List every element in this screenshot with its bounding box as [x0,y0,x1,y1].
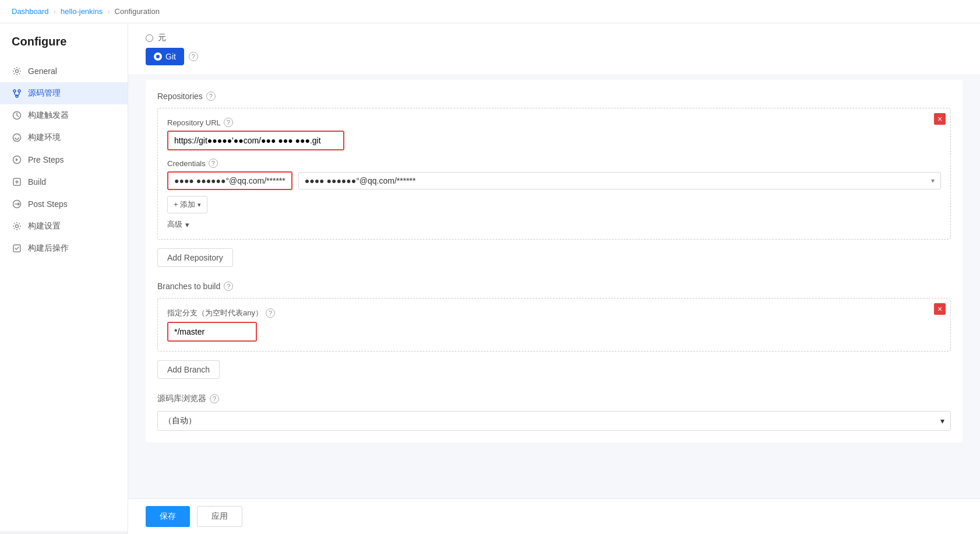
svg-point-9 [16,225,19,228]
sidebar-item-build[interactable]: Build [0,171,128,193]
sidebar-item-build-trigger[interactable]: 构建触发器 [0,104,128,127]
branch-input[interactable]: */master [168,323,256,340]
repositories-label: Repositories ? [157,92,951,101]
add-credentials-arrow: ▾ [198,201,201,209]
pre-steps-icon [12,154,22,165]
git-help-icon[interactable]: ? [189,52,198,61]
git-radio-row: Git ? [128,43,980,74]
post-build-icon [12,243,22,254]
branch-input-wrapper: */master [167,322,257,342]
chevron-down-icon: ▾ [931,177,935,185]
add-credentials-button[interactable]: + 添加 ▾ [167,196,207,213]
sidebar-item-pre-steps[interactable]: Pre Steps [0,149,128,171]
close-repository-button[interactable]: × [934,113,946,125]
settings-icon [12,221,22,231]
sidebar-item-build-settings[interactable]: 构建设置 [0,215,128,237]
repo-url-help-icon[interactable]: ? [224,118,233,127]
sidebar-title: Configure [0,35,128,60]
sidebar-item-general[interactable]: General [0,60,128,82]
credentials-dropdown-value: ●●●● ●●●●●●°@qq.com/****** [305,176,416,185]
sidebar-item-source-mgmt[interactable]: 源码管理 [0,82,128,104]
sidebar-item-build-settings-label: 构建设置 [28,221,61,231]
advanced-chevron-icon: ▾ [185,220,189,229]
radio-dot [154,52,162,61]
sidebar-item-general-label: General [28,66,57,76]
source-browser-select[interactable]: （自动） ▾ [157,411,951,431]
apply-button[interactable]: 应用 [197,506,242,527]
credentials-dropdown[interactable]: ●●●● ●●●●●●°@qq.com/****** ▾ [298,172,941,189]
sidebar-item-pre-steps-label: Pre Steps [28,155,64,164]
source-browser-chevron-icon: ▾ [940,416,944,426]
env-icon [12,132,22,143]
source-browser-help-icon[interactable]: ? [210,394,219,403]
footer-bar: 保存 应用 [128,498,980,531]
branch-box: × 指定分支（为空时代表any） ? */master [157,298,951,352]
repo-url-label: Repository URL ? [167,118,941,127]
main-content: 元 Git ? Repositories ? × Repository URL [128,23,980,531]
radio-git-label: Git [165,52,176,61]
branch-specifier-label: 指定分支（为空时代表any） ? [167,308,941,318]
repositories-section: Repositories ? × Repository URL ? https:… [146,80,963,442]
svg-point-2 [18,90,20,92]
advanced-row[interactable]: 高级 ▾ [167,219,941,230]
trigger-icon [12,110,22,121]
sidebar-item-post-steps-label: Post Steps [28,199,68,209]
credentials-select[interactable]: ●●●● ●●●●●●°@qq.com/****** [167,171,292,190]
sidebar-item-build-env-label: 构建环境 [28,132,61,143]
sidebar-item-build-trigger-label: 构建触发器 [28,110,69,121]
advanced-label: 高级 [167,219,182,230]
sidebar-item-build-label: Build [28,177,46,187]
radio-none-row: 元 [128,23,980,43]
credentials-row: ●●●● ●●●●●●°@qq.com/****** ●●●● ●●●●●●°@… [167,171,941,190]
repositories-help-icon[interactable]: ? [206,92,216,101]
add-repository-button[interactable]: Add Repository [157,248,233,267]
sidebar-item-post-build-label: 构建后操作 [28,243,69,254]
repository-box: × Repository URL ? https://git●●●●●'●●co… [157,108,951,240]
source-browser-value: （自动） [164,416,196,426]
svg-point-0 [16,70,19,73]
svg-point-5 [13,134,21,142]
breadcrumb-dashboard[interactable]: Dashboard [12,7,49,16]
repo-url-input-wrapper: https://git●●●●●'●●com/●●● ●●● ●●●.git [167,131,344,150]
branches-help-icon[interactable]: ? [224,282,233,291]
source-browser-label: 源码库浏览器 ? [157,394,951,404]
svg-point-1 [13,90,16,92]
breadcrumb-sep-2: › [107,7,110,16]
breadcrumb: Dashboard › hello-jenkins › Configuratio… [0,0,980,23]
breadcrumb-project[interactable]: hello-jenkins [61,7,103,16]
credentials-help-icon[interactable]: ? [209,159,218,168]
build-icon [12,177,22,187]
credentials-value: ●●●● ●●●●●●°@qq.com/****** [174,176,285,185]
branch-specifier-help-icon[interactable]: ? [266,308,275,318]
radio-none[interactable] [146,34,153,42]
credentials-label: Credentials ? [167,159,941,168]
sidebar: Configure General 源码管理 构建触发器 构建环境 [0,23,128,531]
add-branch-button[interactable]: Add Branch [157,360,220,379]
breadcrumb-sep-1: › [54,7,56,16]
radio-git-button[interactable]: Git [146,48,184,65]
gear-icon [12,66,22,76]
sidebar-item-build-env[interactable]: 构建环境 [0,127,128,149]
source-icon [12,88,22,99]
post-steps-icon [12,199,22,209]
sidebar-item-post-build[interactable]: 构建后操作 [0,237,128,259]
sidebar-item-post-steps[interactable]: Post Steps [0,193,128,215]
repo-url-input[interactable]: https://git●●●●●'●●com/●●● ●●● ●●●.git [168,132,343,149]
close-branch-button[interactable]: × [934,303,946,315]
branches-label: Branches to build ? [157,282,951,291]
save-button[interactable]: 保存 [146,506,190,527]
breadcrumb-current: Configuration [115,7,160,16]
add-credentials-label: + 添加 [174,199,195,210]
sidebar-item-source-mgmt-label: 源码管理 [28,88,61,99]
radio-none-label[interactable]: 元 [158,33,166,43]
